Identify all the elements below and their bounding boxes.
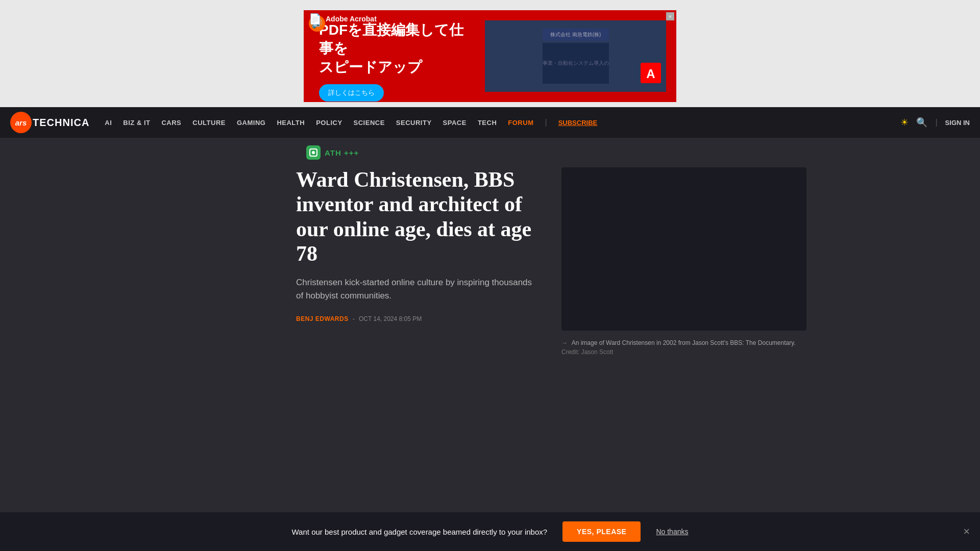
category-bar: ATH +++ bbox=[0, 138, 980, 167]
ad-container: × 🔊 📄 Adobe Acrobat PDFを直接編集して仕事を スピードアッ… bbox=[0, 0, 980, 107]
ad-close-button[interactable]: × bbox=[666, 12, 674, 20]
image-caption: → An image of Ward Christensen in 2002 f… bbox=[561, 338, 806, 357]
nav-cars[interactable]: CARS bbox=[161, 119, 181, 127]
nav-science[interactable]: SCIENCE bbox=[354, 119, 385, 127]
adobe-logo: A bbox=[641, 63, 661, 87]
ad-banner: × 🔊 📄 Adobe Acrobat PDFを直接編集して仕事を スピードアッ… bbox=[304, 10, 676, 102]
nav-culture[interactable]: CULTURE bbox=[192, 119, 226, 127]
ad-right-content: 株式会社 南急電鉄(株) 事業・自動化システム導入の A bbox=[485, 20, 666, 92]
nav-security[interactable]: SECURITY bbox=[396, 119, 432, 127]
logo-technica: TECHNICA bbox=[33, 117, 89, 129]
logo-link[interactable]: ars TECHNICA bbox=[10, 112, 89, 133]
nav-tech[interactable]: TECH bbox=[478, 119, 497, 127]
nav-divider-2: | bbox=[935, 118, 937, 127]
theme-toggle-icon[interactable]: ☀ bbox=[900, 117, 909, 128]
svg-text:A: A bbox=[646, 67, 655, 81]
article-right: → An image of Ward Christensen in 2002 f… bbox=[561, 167, 806, 357]
article-image bbox=[561, 167, 806, 331]
newsletter-no-button[interactable]: No thanks bbox=[656, 528, 688, 536]
category-tag: ATH +++ bbox=[325, 148, 359, 157]
ad-cta-button[interactable]: 詳しくはこちら bbox=[319, 84, 384, 102]
author-name[interactable]: BENJ EDWARDS bbox=[296, 315, 349, 322]
acrobat-header: 📄 Adobe Acrobat bbox=[309, 13, 377, 25]
newsletter-bar: Want our best product and gadget coverag… bbox=[0, 512, 980, 551]
article-subtitle: Christensen kick-started online culture … bbox=[296, 276, 541, 302]
search-icon[interactable]: 🔍 bbox=[916, 117, 927, 128]
newsletter-close-button[interactable]: × bbox=[963, 525, 970, 538]
nav-subscribe[interactable]: SUBSCRIBE bbox=[558, 119, 598, 127]
article-left: Ward Christensen, BBS inventor and archi… bbox=[296, 167, 541, 357]
article-meta: BENJ EDWARDS - OCT 14, 2024 8:05 PM bbox=[296, 315, 541, 322]
nav-links: AI BIZ & IT CARS CULTURE GAMING HEALTH P… bbox=[105, 118, 893, 127]
nav-gaming[interactable]: GAMING bbox=[237, 119, 265, 127]
nav-forum[interactable]: FORUM bbox=[508, 119, 533, 127]
newsletter-text: Want our best product and gadget coverag… bbox=[292, 528, 548, 536]
nav-health[interactable]: HEALTH bbox=[277, 119, 305, 127]
meta-dash: - bbox=[353, 315, 355, 322]
nav-right: ☀ 🔍 | SIGN IN bbox=[900, 117, 970, 128]
nav-policy[interactable]: POLICY bbox=[316, 119, 342, 127]
navbar: ars TECHNICA AI BIZ & IT CARS CULTURE GA… bbox=[0, 107, 980, 138]
caption-text: An image of Ward Christensen in 2002 fro… bbox=[572, 339, 796, 346]
article-area: ATH +++ Ward Christensen, BBS inventor a… bbox=[0, 138, 980, 525]
logo-circle: ars bbox=[10, 112, 32, 133]
article-content: Ward Christensen, BBS inventor and archi… bbox=[0, 167, 980, 372]
nav-divider: | bbox=[545, 118, 547, 127]
nav-space[interactable]: SPACE bbox=[443, 119, 467, 127]
acrobat-label: Adobe Acrobat bbox=[326, 15, 377, 23]
category-icon bbox=[306, 145, 321, 160]
nav-bizit[interactable]: BIZ & IT bbox=[123, 119, 150, 127]
ad-title: PDFを直接編集して仕事を スピードアップ bbox=[319, 21, 475, 77]
ad-image-area: 株式会社 南急電鉄(株) 事業・自動化システム導入の bbox=[485, 20, 666, 92]
newsletter-yes-button[interactable]: YES, PLEASE bbox=[562, 521, 641, 542]
acrobat-pdf-icon: 📄 bbox=[309, 13, 322, 25]
ad-left-content: 📄 Adobe Acrobat PDFを直接編集して仕事を スピードアップ 詳し… bbox=[314, 11, 475, 102]
sign-in-button[interactable]: SIGN IN bbox=[945, 119, 970, 127]
article-title: Ward Christensen, BBS inventor and archi… bbox=[296, 167, 541, 266]
logo-ars: ars bbox=[15, 118, 27, 127]
article-date: OCT 14, 2024 8:05 PM bbox=[359, 315, 422, 322]
caption-arrow-icon: → bbox=[561, 339, 568, 346]
svg-point-3 bbox=[312, 151, 315, 154]
caption-credit: Credit: Jason Scott bbox=[561, 348, 613, 356]
nav-ai[interactable]: AI bbox=[105, 119, 112, 127]
